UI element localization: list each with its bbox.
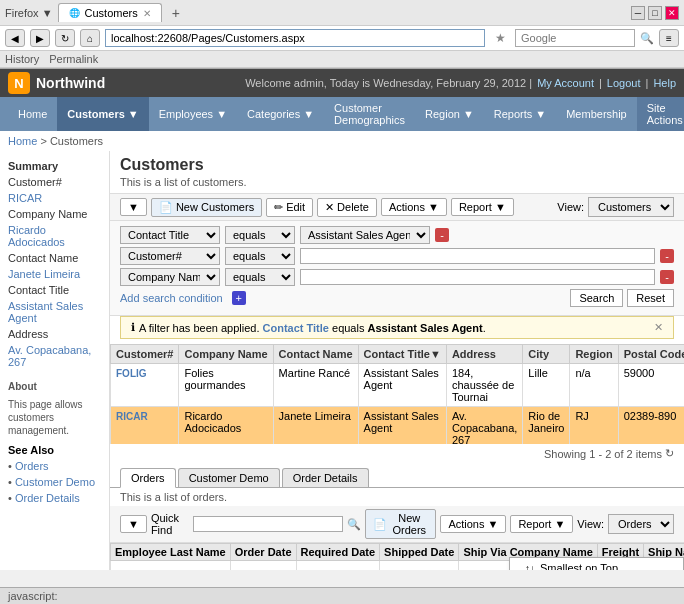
- filter-val-1[interactable]: Assistant Sales Agent: [300, 226, 430, 244]
- sub-tab-orders[interactable]: Orders: [120, 468, 176, 488]
- forward-button[interactable]: ▶: [30, 29, 50, 47]
- reload-button[interactable]: ↻: [55, 29, 75, 47]
- filter-op-2[interactable]: equals: [225, 247, 295, 265]
- sidebar-contact-label: Contact Name: [0, 250, 109, 266]
- breadcrumb-home[interactable]: Home: [8, 135, 37, 147]
- add-filter-btn[interactable]: +: [232, 291, 246, 305]
- cell-company: Ricardo Adocicados: [179, 407, 273, 445]
- orders-actions-button[interactable]: Actions ▼: [440, 515, 506, 533]
- filter-op-1[interactable]: equals: [225, 226, 295, 244]
- region-chevron: ▼: [463, 108, 474, 120]
- orders-actions-chevron: ▼: [487, 518, 498, 530]
- back-button[interactable]: ◀: [5, 29, 25, 47]
- orders-subtitle: This is a list of orders.: [110, 488, 684, 506]
- orders-expand-btn[interactable]: ▼: [120, 515, 147, 533]
- maximize-button[interactable]: □: [648, 6, 662, 20]
- url-input[interactable]: [105, 29, 485, 47]
- col-postal[interactable]: Postal Code: [618, 345, 684, 364]
- new-orders-button[interactable]: 📄 New Orders: [365, 509, 436, 539]
- toolbar-right: View: Customers: [557, 197, 674, 217]
- reset-button[interactable]: Reset: [627, 289, 674, 307]
- tab-close-icon[interactable]: ✕: [143, 8, 151, 19]
- nav-region[interactable]: Region ▼: [415, 97, 484, 131]
- filter-alert-close[interactable]: ✕: [654, 321, 663, 334]
- col-company[interactable]: Company Name: [179, 345, 273, 364]
- my-account-link[interactable]: My Account: [537, 77, 594, 89]
- table-row[interactable]: RICAR Ricardo Adocicados Janete Limeira …: [111, 407, 685, 445]
- delete-button[interactable]: ✕ Delete: [317, 198, 377, 217]
- quickfind-search-icon[interactable]: 🔍: [347, 518, 361, 531]
- customer-link-folig[interactable]: FOLIG: [116, 368, 147, 379]
- sidebar-customer-label: Customer#: [0, 174, 109, 190]
- search-button[interactable]: Search: [570, 289, 623, 307]
- nav-customer-demographics[interactable]: Customer Demographics: [324, 97, 415, 131]
- nav-membership[interactable]: Membership: [556, 97, 637, 131]
- nav-reports[interactable]: Reports ▼: [484, 97, 556, 131]
- filter-remove-2[interactable]: -: [660, 249, 674, 263]
- filter-field-1[interactable]: Contact Title: [120, 226, 220, 244]
- site-actions-button[interactable]: Site Actions ▼: [637, 97, 684, 131]
- filter-val-2[interactable]: [300, 248, 655, 264]
- nav-categories[interactable]: Categories ▼: [237, 97, 324, 131]
- actions-button[interactable]: Actions ▼: [381, 198, 447, 216]
- report-button[interactable]: Report ▼: [451, 198, 514, 216]
- bookmarks-bar: History Permalink: [0, 51, 684, 68]
- col-region[interactable]: Region: [570, 345, 618, 364]
- col-contact[interactable]: Contact Name: [273, 345, 358, 364]
- bookmark-history[interactable]: History: [5, 53, 39, 65]
- add-filter-link[interactable]: Add search condition: [120, 292, 223, 304]
- browser-titlebar: Firefox ▼ 🌐 Customers ✕ + ─ □ ✕: [0, 0, 684, 26]
- close-button[interactable]: ✕: [665, 6, 679, 20]
- filter-field-2[interactable]: Customer#: [120, 247, 220, 265]
- sub-tab-order-details[interactable]: Order Details: [282, 468, 369, 487]
- filter-op-3[interactable]: equals: [225, 268, 295, 286]
- options-button[interactable]: ≡: [659, 29, 679, 47]
- search-icon[interactable]: 🔍: [640, 32, 654, 45]
- refresh-icon[interactable]: ↻: [665, 447, 674, 460]
- col-title[interactable]: Contact Title▼: [358, 345, 446, 364]
- filter-val-3[interactable]: [300, 269, 655, 285]
- logout-link[interactable]: Logout: [607, 77, 641, 89]
- col-customer-num[interactable]: Customer#: [111, 345, 179, 364]
- nav-home[interactable]: Home: [8, 97, 57, 131]
- col-address[interactable]: Address: [446, 345, 522, 364]
- sidebar-link-order-details[interactable]: Order Details: [0, 490, 109, 506]
- new-customers-button[interactable]: 📄 New Customers: [151, 198, 262, 217]
- sub-tab-customer-demo[interactable]: Customer Demo: [178, 468, 280, 487]
- orders-report-button[interactable]: Report ▼: [510, 515, 573, 533]
- cell-contact: Janete Limeira: [273, 407, 358, 445]
- app-header: N Northwind Welcome admin, Today is Wedn…: [0, 69, 684, 97]
- orders-view-select[interactable]: Orders: [608, 514, 674, 534]
- nav-customers[interactable]: Customers ▼: [57, 97, 148, 131]
- nav-employees[interactable]: Employees ▼: [149, 97, 237, 131]
- home-button[interactable]: ⌂: [80, 29, 100, 47]
- dropdown-smallest-on-top[interactable]: ↑↓ Smallest on Top: [510, 558, 683, 570]
- bookmark-permalink[interactable]: Permalink: [49, 53, 98, 65]
- help-link[interactable]: Help: [653, 77, 676, 89]
- filter-remove-3[interactable]: -: [660, 270, 674, 284]
- browser-search-input[interactable]: [515, 29, 635, 47]
- edit-button[interactable]: ✏ Edit: [266, 198, 313, 217]
- filter-field-3[interactable]: Company Name: [120, 268, 220, 286]
- filter-alert-link[interactable]: Contact Title: [263, 322, 329, 334]
- customer-link-ricar[interactable]: RICAR: [116, 411, 148, 422]
- view-select[interactable]: Customers: [588, 197, 674, 217]
- ship-city-dropdown[interactable]: ↑↓ Smallest on Top ↓↑ Largest on Top Cle…: [509, 557, 684, 570]
- active-tab[interactable]: 🌐 Customers ✕: [58, 3, 162, 22]
- filter-remove-1[interactable]: -: [435, 228, 449, 242]
- table-row[interactable]: FOLIG Folies gourmandes Martine Rancé As…: [111, 364, 685, 407]
- expand-button[interactable]: ▼: [120, 198, 147, 216]
- col-city[interactable]: City: [523, 345, 570, 364]
- col-order-date[interactable]: Order Date: [230, 544, 296, 561]
- cell-title: Assistant Sales Agent: [358, 407, 446, 445]
- col-employee[interactable]: Employee Last Name: [111, 544, 231, 561]
- new-tab-button[interactable]: +: [167, 4, 185, 22]
- col-shipped[interactable]: Shipped Date: [380, 544, 459, 561]
- minimize-button[interactable]: ─: [631, 6, 645, 20]
- bookmark-star-icon[interactable]: ★: [490, 29, 510, 47]
- filter-alert-text: ℹ A filter has been applied. Contact Tit…: [131, 321, 486, 334]
- col-required[interactable]: Required Date: [296, 544, 380, 561]
- sidebar-link-customer-demo[interactable]: Customer Demo: [0, 474, 109, 490]
- sidebar-link-orders[interactable]: Orders: [0, 458, 109, 474]
- quickfind-input[interactable]: [193, 516, 343, 532]
